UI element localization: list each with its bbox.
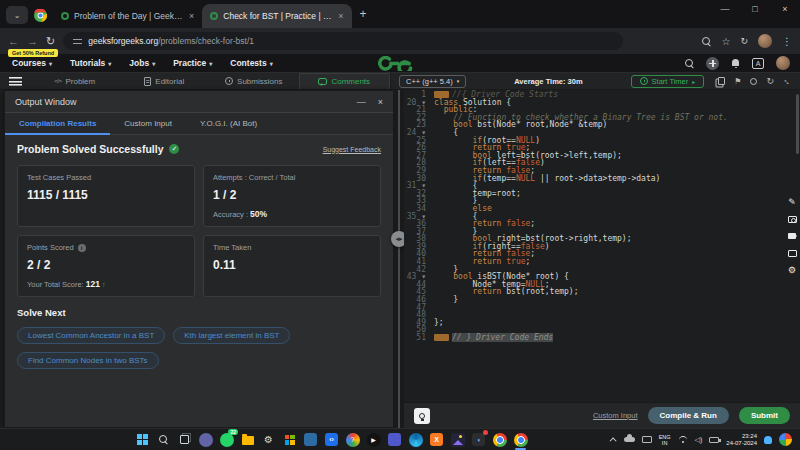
fold-chip-icon[interactable] [434,334,449,341]
language-indicator[interactable]: ENGIN [659,434,671,446]
edge-icon[interactable] [408,432,423,447]
nav-menu-jobs[interactable]: Jobs▾ [129,58,155,68]
mountain-app-icon[interactable] [450,432,465,447]
file-explorer-icon[interactable] [240,432,255,447]
tab-close-icon[interactable]: × [189,11,194,21]
custom-input-link[interactable]: Custom Input [593,411,638,420]
translate-icon[interactable]: A [752,58,764,69]
chrome-logo-icon [34,9,47,22]
tab-comments[interactable]: Comments [299,73,391,89]
tab-editorial[interactable]: Editorial [120,73,210,89]
panel-splitter[interactable]: ◂▸ [394,90,404,428]
app-blue-icon[interactable] [303,432,318,447]
solve-next-pill[interactable]: Kth largest element in BST [173,327,290,344]
extensions-icon[interactable]: ↻ [740,36,748,46]
screen-record-icon[interactable] [788,233,796,239]
settings-icon[interactable]: ⚙ [261,432,276,447]
gear-icon[interactable]: ⚙ [786,264,798,276]
tray-chevron-icon[interactable] [609,437,616,444]
fullscreen-icon[interactable]: ↔ [781,74,794,87]
speaker-icon[interactable]: ◁) [695,436,703,444]
window-maximize-button[interactable]: □ [740,0,770,18]
annotate-pen-icon[interactable]: ✎ [786,196,798,208]
new-tab-button[interactable]: + [360,7,367,21]
language-select[interactable]: C++ (g++ 5.4)▾ [399,75,466,88]
onedrive-cloud-icon[interactable] [624,437,635,442]
site-info-icon[interactable] [73,38,82,45]
nav-menu-practice[interactable]: Practice▾ [173,58,212,68]
ai-assistant-icon[interactable] [706,57,719,70]
search-icon[interactable] [156,432,171,447]
tab-problem[interactable]: </>Problem [30,73,120,89]
window-close-button[interactable]: × [770,0,800,18]
window-capture-icon[interactable] [788,250,797,257]
hamburger-menu-icon[interactable] [9,77,22,86]
compile-run-button[interactable]: Compile & Run [648,407,729,424]
hint-bulb-icon[interactable] [414,408,430,424]
nav-menu-tutorials[interactable]: Tutorials▾ [70,58,111,68]
reload-button[interactable]: ↻ [46,35,55,48]
copy-code-icon[interactable] [718,77,725,85]
notifications-bell-icon[interactable] [731,59,740,68]
suggest-feedback-link[interactable]: Suggest Feedback [323,146,381,153]
reset-code-icon[interactable]: ↻ [766,76,774,86]
teams-chat-icon[interactable] [198,432,213,447]
code-token: } [434,295,458,304]
code-editor[interactable]: 120 ▾21222324 ▾25262728293031 ▾32333435 … [404,90,800,428]
submit-button[interactable]: Submit [739,407,790,424]
tab-search-button[interactable]: ⌄ [6,6,28,24]
clock-date[interactable]: 23:2424-07-2024 [726,433,757,447]
solve-next-pill[interactable]: Find Common Nodes in two BSTs [17,352,159,369]
nav-menu-courses[interactable]: Courses▾ [12,58,52,68]
wifi-icon[interactable] [678,436,688,444]
controller-app-icon[interactable] [387,432,402,447]
browser-menu-icon[interactable]: ⋮ [782,36,792,47]
code-app-icon[interactable]: ‹› [324,432,339,447]
browser-tab[interactable]: Problem of the Day | Geeksfor× [53,4,202,28]
whatsapp-icon[interactable]: 22 [219,432,234,447]
chrome-icon[interactable] [492,432,507,447]
microsoft-store-icon[interactable] [282,432,297,447]
nav-menu-contests[interactable]: Contests▾ [230,58,272,68]
output-minimize-button[interactable]: — [357,97,366,107]
screenshot-camera-icon[interactable] [788,216,797,223]
notification-center-icon[interactable] [764,436,772,444]
report-icon[interactable] [750,78,757,85]
gfg-logo[interactable] [378,56,422,71]
start-timer-button[interactable]: Start Timer▸ [631,75,705,88]
battery-icon[interactable] [709,437,719,443]
screen: ⌄ Problem of the Day | Geeksfor×Check fo… [0,0,800,450]
media-player-icon[interactable]: ▶ [366,432,381,447]
output-close-button[interactable]: × [378,97,383,107]
zoom-icon[interactable] [702,37,711,46]
widgets-icon[interactable] [779,433,792,446]
back-button[interactable]: ← [8,35,19,47]
code-area[interactable]: //{ Driver Code Startsclass Solution { p… [430,91,800,402]
info-icon[interactable]: i [78,244,86,252]
editor-scrollbar[interactable] [796,94,799,154]
touch-keyboard-icon[interactable] [642,436,652,443]
address-bar[interactable]: geeksforgeeks.org/problems/check-for-bst… [63,32,623,50]
code-token: ; [530,219,535,228]
tab-close-icon[interactable]: × [338,11,343,21]
solve-next-pill[interactable]: Lowest Common Ancestor in a BST [17,327,165,344]
chrome-profile-icon[interactable] [513,432,528,447]
browser-profile-avatar[interactable] [758,34,772,48]
output-tab-compilation-results[interactable]: Compilation Results [5,113,110,134]
app-glyph-icon [388,433,401,446]
output-tab-custom-input[interactable]: Custom Input [110,113,186,134]
search-icon[interactable] [685,59,694,68]
xampp-icon[interactable]: X [429,432,444,447]
start-button[interactable] [135,432,150,447]
discord-icon[interactable]: ◖ [471,432,486,447]
task-view-icon[interactable] [177,432,192,447]
window-minimize-button[interactable]: — [710,0,740,18]
globe-app-icon[interactable]: ? [345,432,360,447]
forward-button[interactable]: → [27,35,38,47]
gfg-profile-avatar[interactable] [776,56,790,70]
output-tab-y-o-g-i-ai-bot-[interactable]: Y.O.G.I. (AI Bot) [186,113,271,134]
tab-submissions[interactable]: Submissions [209,73,299,89]
bookmark-star-icon[interactable]: ☆ [721,36,730,47]
browser-tab[interactable]: Check for BST | Practice | Geeks× [202,4,351,28]
bookmark-icon[interactable]: ⚑ [734,77,741,86]
